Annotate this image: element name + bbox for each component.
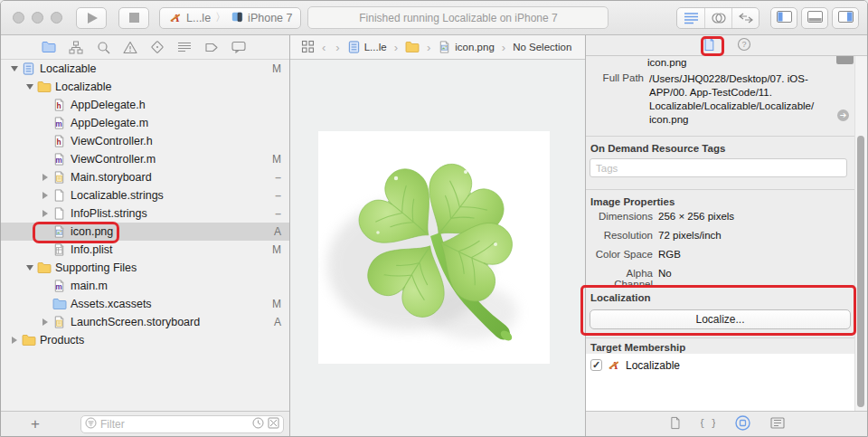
recent-files-icon[interactable] <box>252 417 264 432</box>
disclosure-triangle-icon[interactable] <box>24 265 36 271</box>
strings-icon <box>52 188 67 203</box>
navigator-sidebar: LocalizableMLocalizablehAppDelegate.hmAp… <box>1 35 290 436</box>
navigator-tab-reports[interactable] <box>231 40 246 54</box>
filter-field[interactable]: Filter <box>80 415 284 433</box>
divider <box>586 337 854 338</box>
editor-mode-control <box>676 7 760 29</box>
related-items-icon[interactable] <box>301 40 315 55</box>
media-library-icon[interactable] <box>770 417 785 432</box>
divider <box>586 285 854 286</box>
project-icon <box>347 40 361 54</box>
source-control-filter-icon[interactable] <box>268 417 279 432</box>
target-label: Localizable <box>626 359 680 372</box>
file-inspector-tab[interactable] <box>703 37 715 54</box>
property-label: Alpha Channel <box>586 268 653 290</box>
svg-text:h: h <box>56 101 61 110</box>
navigator-item-info-plist[interactable]: Info.plistM <box>1 241 289 259</box>
folder-icon <box>36 261 52 274</box>
divider <box>586 136 854 137</box>
navigator-item-assets-xcassets[interactable]: Assets.xcassetsM <box>1 295 289 313</box>
breadcrumb-item[interactable]: L...le <box>347 40 387 54</box>
object-library-icon[interactable] <box>735 415 750 433</box>
navigator-item-main-storyboard[interactable]: Main.storyboard– <box>1 168 289 186</box>
panel-toggles <box>770 7 859 29</box>
localize-button[interactable]: Localize... <box>590 309 851 329</box>
version-editor-button[interactable] <box>731 8 759 28</box>
navigator-item-launchscreen-storyboard[interactable]: LaunchScreen.storyboardA <box>1 313 289 331</box>
navigator-tab-breakpoints[interactable] <box>204 40 219 54</box>
breadcrumb-item[interactable]: icon.png <box>438 40 494 54</box>
disclosure-triangle-icon[interactable] <box>8 66 21 71</box>
location-popup-fragment <box>836 56 854 64</box>
file-template-library-icon[interactable] <box>669 416 681 432</box>
navigator-tab-issues[interactable] <box>123 40 137 54</box>
close-window-button[interactable] <box>13 12 24 24</box>
reveal-arrow-icon[interactable]: ➔ <box>837 109 849 121</box>
target-checkbox[interactable]: ✓ <box>590 359 602 371</box>
breadcrumb-item[interactable] <box>405 41 420 53</box>
divider <box>586 189 854 190</box>
disclosure-triangle-icon[interactable] <box>39 174 52 181</box>
svg-text:m: m <box>55 156 62 165</box>
file-m-icon: m <box>52 279 67 293</box>
navigator-item-localizable-strings[interactable]: Localizable.strings– <box>1 186 289 204</box>
navigator-item-infoplist-strings[interactable]: InfoPlist.strings– <box>1 204 289 223</box>
scrollbar-thumb[interactable] <box>857 136 864 407</box>
property-label: Color Space <box>586 249 653 260</box>
standard-editor-button[interactable] <box>677 8 704 28</box>
navigator-item-appdelegate-h[interactable]: hAppDelegate.h <box>1 96 289 114</box>
file-label: icon.png <box>71 225 113 238</box>
disclosure-triangle-icon[interactable] <box>39 192 52 199</box>
breadcrumb-item[interactable]: No Selection <box>513 42 571 52</box>
add-button[interactable]: + <box>31 416 40 432</box>
toggle-navigator-button[interactable] <box>770 7 797 29</box>
navigator-item-localizable[interactable]: Localizable <box>1 78 289 96</box>
source-control-badge: M <box>272 243 281 256</box>
navigator-item-viewcontroller-h[interactable]: hViewController.h <box>1 132 289 150</box>
assistant-editor-button[interactable] <box>704 8 731 28</box>
activity-status-bar: Finished running Localizable on iPhone 7 <box>307 6 609 29</box>
property-value: No <box>658 268 672 290</box>
code-snippet-library-icon[interactable]: { } <box>701 416 715 432</box>
file-m-icon: m <box>52 116 67 130</box>
navigator-tab-tests[interactable] <box>150 40 165 54</box>
xcode-window: A L...le 〉 iPhone 7 Finished running Loc… <box>0 0 868 437</box>
disclosure-triangle-icon[interactable] <box>39 210 52 217</box>
navigator-item-supporting-files[interactable]: Supporting Files <box>1 259 289 277</box>
disclosure-triangle-icon[interactable] <box>39 318 52 326</box>
navigator-item-products[interactable]: Products <box>1 331 289 349</box>
scrollbar-track[interactable] <box>854 56 867 411</box>
navigator-item-main-m[interactable]: mmain.m <box>1 277 289 295</box>
image-preview <box>318 131 550 364</box>
toggle-inspector-button[interactable] <box>832 7 859 29</box>
run-button[interactable] <box>76 7 107 29</box>
navigator-panel-icon <box>777 11 792 25</box>
app-icon: A <box>168 10 183 26</box>
file-label: LaunchScreen.storyboard <box>71 316 200 328</box>
breadcrumb-separator: › <box>499 41 508 54</box>
navigator-item-viewcontroller-m[interactable]: mViewController.mM <box>1 150 289 168</box>
disclosure-triangle-icon[interactable] <box>24 84 36 90</box>
disclosure-triangle-icon[interactable] <box>8 337 21 344</box>
back-button[interactable]: ‹ <box>319 41 328 54</box>
toggle-debug-area-button[interactable] <box>801 7 828 29</box>
minimize-window-button[interactable] <box>32 12 43 24</box>
navigator-tab-project[interactable] <box>42 40 56 54</box>
zoom-window-button[interactable] <box>51 12 62 24</box>
navigator-tab-debug[interactable] <box>177 40 192 54</box>
navigator-tab-symbols[interactable] <box>69 40 83 54</box>
tags-input[interactable]: Tags <box>590 158 847 177</box>
quick-help-tab[interactable]: ? <box>737 37 751 54</box>
forward-button[interactable]: › <box>333 41 342 54</box>
stop-button[interactable] <box>118 7 149 29</box>
scheme-selector[interactable]: A L...le 〉 iPhone 7 <box>159 7 301 29</box>
navigator-item-appdelegate-m[interactable]: mAppDelegate.m <box>1 114 289 132</box>
file-label: ViewController.h <box>71 135 153 147</box>
jump-bar: ‹ › L...le››icon.png›No Selection <box>290 35 585 60</box>
toolbar: A L...le 〉 iPhone 7 Finished running Loc… <box>1 1 867 35</box>
navigator-item-localizable[interactable]: LocalizableM <box>1 60 289 78</box>
navigator-tab-search[interactable] <box>96 40 110 54</box>
property-value: 256 × 256 pixels <box>658 211 734 222</box>
target-membership-row: ✓ A Localizable <box>590 357 680 373</box>
navigator-item-icon-png[interactable]: icon.pngA <box>1 223 289 241</box>
